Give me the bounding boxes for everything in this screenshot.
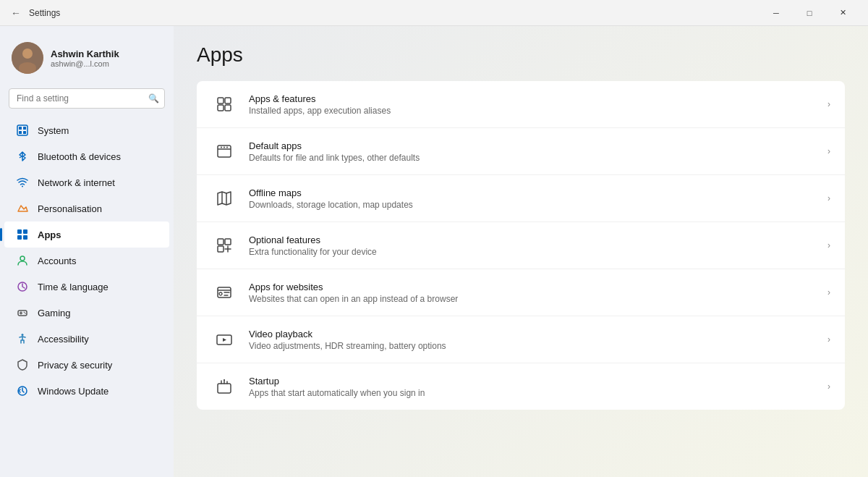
video-playback-icon [211, 326, 237, 353]
apps-websites-title: Apps for websites [249, 282, 816, 292]
svg-rect-3 [17, 125, 27, 135]
sidebar-item-label-privacy: Privacy & security [38, 360, 112, 371]
default-apps-icon [211, 138, 237, 164]
startup-chevron: › [827, 381, 830, 392]
search-input[interactable] [9, 88, 165, 109]
offline-maps-text: Offline maps Downloads, storage location… [249, 187, 816, 210]
apps-features-text: Apps & features Installed apps, app exec… [249, 93, 816, 116]
sidebar-item-system[interactable]: System [4, 117, 169, 143]
sidebar-item-label-network: Network & internet [38, 177, 115, 188]
svg-rect-23 [225, 98, 231, 104]
apps-icon [16, 228, 29, 241]
page-title: Apps [197, 43, 845, 67]
svg-rect-4 [19, 127, 22, 130]
minimize-button[interactable]: ─ [760, 0, 793, 26]
default-apps-desc: Defaults for file and link types, other … [249, 153, 816, 163]
settings-item-apps-websites[interactable]: Apps for websites Websites that can open… [197, 269, 845, 316]
sidebar-item-network[interactable]: Network & internet [4, 169, 169, 195]
svg-rect-9 [17, 229, 22, 234]
sidebar-item-label-windows-update: Windows Update [38, 386, 109, 397]
svg-point-2 [19, 62, 36, 74]
sidebar-item-accounts[interactable]: Accounts [4, 248, 169, 274]
sidebar-item-label-accessibility: Accessibility [38, 334, 89, 345]
video-playback-title: Video playback [249, 329, 816, 339]
svg-rect-12 [23, 235, 27, 240]
svg-rect-10 [23, 229, 27, 234]
sidebar: Ashwin Karthik ashwin@...l.com 🔍 System [0, 26, 174, 477]
settings-item-default-apps[interactable]: Default apps Defaults for file and link … [197, 128, 845, 175]
sidebar-item-label-apps: Apps [38, 229, 61, 240]
sidebar-item-apps[interactable]: Apps [4, 221, 169, 248]
sidebar-item-windows-update[interactable]: Windows Update [4, 378, 169, 404]
startup-icon [211, 373, 237, 400]
video-playback-desc: Video adjustments, HDR streaming, batter… [249, 341, 816, 351]
svg-point-19 [25, 313, 26, 314]
sidebar-item-label-bluetooth: Bluetooth & devices [38, 151, 121, 162]
settings-item-video-playback[interactable]: Video playback Video adjustments, HDR st… [197, 316, 845, 363]
settings-item-offline-maps[interactable]: Offline maps Downloads, storage location… [197, 175, 845, 222]
startup-title: Startup [249, 376, 816, 387]
user-name: Ashwin Karthik [51, 48, 119, 59]
time-icon [16, 280, 29, 293]
sidebar-item-time[interactable]: Time & language [4, 274, 169, 300]
windows-update-icon [16, 384, 29, 397]
optional-features-chevron: › [827, 240, 830, 250]
sidebar-item-bluetooth[interactable]: Bluetooth & devices [4, 143, 169, 169]
settings-item-startup[interactable]: Startup Apps that start automatically wh… [197, 363, 845, 410]
accessibility-icon [16, 332, 29, 345]
svg-point-28 [224, 147, 225, 148]
offline-maps-title: Offline maps [249, 187, 816, 198]
svg-rect-11 [17, 235, 22, 240]
apps-websites-text: Apps for websites Websites that can open… [249, 282, 816, 304]
settings-item-apps-features[interactable]: Apps & features Installed apps, app exec… [197, 81, 845, 128]
gaming-icon [16, 306, 29, 319]
user-info: Ashwin Karthik ashwin@...l.com [51, 48, 119, 68]
sidebar-item-personalisation[interactable]: Personalisation [4, 195, 169, 221]
network-icon [16, 176, 29, 189]
sidebar-item-label-time: Time & language [38, 282, 109, 292]
settings-item-optional-features[interactable]: Optional features Extra functionality fo… [197, 222, 845, 269]
default-apps-chevron: › [827, 146, 830, 156]
main-layout: Ashwin Karthik ashwin@...l.com 🔍 System [0, 26, 868, 477]
sidebar-item-label-system: System [38, 125, 69, 136]
svg-point-38 [219, 292, 222, 295]
system-icon [16, 124, 29, 137]
titlebar-title: Settings [29, 8, 60, 18]
optional-features-title: Optional features [249, 235, 816, 245]
maximize-button[interactable]: □ [793, 0, 826, 26]
apps-features-desc: Installed apps, app execution aliases [249, 106, 816, 116]
window-controls: ─ □ ✕ [760, 0, 859, 26]
sidebar-item-accessibility[interactable]: Accessibility [4, 326, 169, 352]
privacy-icon [16, 358, 29, 371]
search-icon: 🔍 [148, 93, 159, 104]
default-apps-text: Default apps Defaults for file and link … [249, 140, 816, 163]
close-button[interactable]: ✕ [826, 0, 859, 26]
sidebar-item-label-accounts: Accounts [38, 256, 76, 266]
sidebar-item-label-gaming: Gaming [38, 308, 71, 318]
settings-list: Apps & features Installed apps, app exec… [197, 81, 845, 410]
accounts-icon [16, 254, 29, 267]
optional-features-desc: Extra functionality for your device [249, 247, 816, 257]
svg-rect-5 [23, 127, 26, 130]
titlebar: ← Settings ─ □ ✕ [0, 0, 868, 26]
svg-point-1 [22, 48, 33, 59]
svg-point-29 [226, 147, 228, 148]
startup-text: Startup Apps that start automatically wh… [249, 376, 816, 398]
svg-point-27 [221, 147, 222, 148]
svg-rect-24 [218, 105, 224, 111]
svg-rect-40 [218, 384, 231, 393]
apps-websites-desc: Websites that can open in an app instead… [249, 294, 816, 304]
sidebar-item-gaming[interactable]: Gaming [4, 300, 169, 326]
apps-websites-icon [211, 279, 237, 305]
user-profile[interactable]: Ashwin Karthik ashwin@...l.com [0, 35, 174, 85]
personalisation-icon [16, 202, 29, 215]
apps-features-chevron: › [827, 99, 830, 109]
sidebar-item-label-personalisation: Personalisation [38, 203, 102, 214]
sidebar-item-privacy[interactable]: Privacy & security [4, 352, 169, 378]
startup-desc: Apps that start automatically when you s… [249, 388, 816, 398]
optional-features-text: Optional features Extra functionality fo… [249, 235, 816, 257]
video-playback-chevron: › [827, 334, 830, 345]
svg-rect-33 [225, 239, 231, 245]
back-button[interactable]: ← [9, 6, 23, 20]
svg-rect-6 [19, 131, 22, 134]
